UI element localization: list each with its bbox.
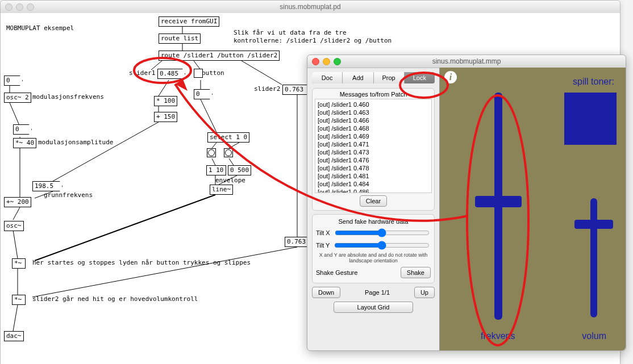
close-icon[interactable] xyxy=(312,58,319,65)
page-up-button[interactable]: Up xyxy=(414,287,435,298)
num-modfreq[interactable]: 0 xyxy=(4,76,23,86)
tiltx-label: Tilt X xyxy=(316,229,330,236)
shake-label: Shake Gesture xyxy=(316,269,357,276)
comment-slider2note: slider2 går ned hit og er hovedvolumkont… xyxy=(32,295,198,303)
message-line: [out] /slider1 0.469 xyxy=(318,132,429,140)
obj-select[interactable]: select 1 0 xyxy=(207,132,249,143)
message-line: [out] /slider1 0.468 xyxy=(318,124,429,132)
hardware-box: Send fake hardware data Tilt X Tilt Y X … xyxy=(312,214,435,283)
zoom-icon[interactable] xyxy=(334,58,341,65)
svg-line-9 xyxy=(201,99,216,132)
message-line: [out] /slider1 0.478 xyxy=(318,164,429,172)
pd-titlebar[interactable]: sinus.mobmuplat.pd xyxy=(1,1,620,14)
svg-line-11 xyxy=(229,143,239,148)
slider-volum-track[interactable] xyxy=(590,198,597,317)
comment-desc2: kontrollerne: /slider1 /slider2 og /butt… xyxy=(234,37,392,44)
obj-osc-mod[interactable]: osc~ 2 xyxy=(4,93,31,103)
svg-line-7 xyxy=(53,122,159,181)
bang-0[interactable] xyxy=(224,148,233,157)
comment-desc1: Slik får vi ut data fra de tre xyxy=(234,29,347,36)
svg-line-16 xyxy=(35,195,215,261)
comment-heading: MOBMUPLAT eksempel xyxy=(6,24,74,32)
tab-doc[interactable]: Doc xyxy=(312,72,343,83)
label-slider2: slider2 xyxy=(254,85,280,93)
close-icon[interactable] xyxy=(5,3,13,11)
num-button[interactable]: 0 xyxy=(194,89,213,99)
message-line: [out] /slider1 0.486 xyxy=(318,188,429,193)
tab-add[interactable]: Add xyxy=(343,72,373,83)
comment-envelope: envelope xyxy=(215,177,245,184)
comment-grunn: grunnfrekvens xyxy=(44,191,93,199)
obj-mul-sig[interactable]: *~ xyxy=(12,258,26,269)
obj-mul100[interactable]: * 100 xyxy=(154,96,177,106)
mmp-preview[interactable]: i spill toner: frekvens volum xyxy=(439,68,626,350)
pd-window-title: sinus.mobmuplat.pd xyxy=(280,3,340,11)
bang-button[interactable] xyxy=(194,69,203,78)
num-slider1[interactable]: 0.485 xyxy=(157,69,185,79)
mmp-titlebar[interactable]: sinus.mobmuplat.mmp xyxy=(307,55,626,68)
page-down-button[interactable]: Down xyxy=(312,287,340,298)
zoom-icon[interactable] xyxy=(27,3,34,11)
svg-line-2 xyxy=(151,61,162,70)
hardware-title: Send fake hardware data xyxy=(316,218,431,225)
minimize-icon[interactable] xyxy=(323,58,330,65)
label-spill: spill toner: xyxy=(573,77,614,87)
obj-dac[interactable]: dac~ xyxy=(4,331,24,341)
shake-button[interactable]: Shake xyxy=(401,267,431,278)
obj-add150[interactable]: + 150 xyxy=(154,112,177,122)
slider-frekvens-thumb[interactable] xyxy=(475,196,522,207)
comment-modfreq: modulasjonsfrekvens xyxy=(32,93,104,101)
tiltx-slider[interactable] xyxy=(335,228,430,237)
num-grunn[interactable]: 198.5 xyxy=(32,181,63,191)
preview-button[interactable] xyxy=(564,93,617,145)
message-line: [out] /slider1 0.476 xyxy=(318,156,429,164)
svg-line-4 xyxy=(241,61,282,85)
svg-line-10 xyxy=(212,143,216,148)
label-button: button xyxy=(202,69,224,77)
svg-line-23 xyxy=(13,305,18,331)
obj-line[interactable]: line~ xyxy=(210,185,233,195)
message-line: [out] /slider1 0.466 xyxy=(318,116,429,124)
messages-list[interactable]: [out] /slider1 0.460[out] /slider1 0.463… xyxy=(315,99,432,193)
msg-1-10[interactable]: 1 10 xyxy=(206,165,226,175)
tab-prop[interactable]: Prop xyxy=(374,72,405,83)
label-frekvens: frekvens xyxy=(481,331,515,341)
tilty-label: Tilt Y xyxy=(316,242,330,249)
obj-route-3[interactable]: route /slider1 /button /slider2 xyxy=(159,51,280,61)
msg-0-500[interactable]: 0 500 xyxy=(228,165,251,175)
traffic-lights[interactable] xyxy=(5,3,34,11)
page-indicator: Page 1/1 xyxy=(365,289,390,296)
obj-route-list[interactable]: route list xyxy=(159,34,201,44)
message-line: [out] /slider1 0.471 xyxy=(318,140,429,148)
bang-1[interactable] xyxy=(207,148,216,157)
slider-volum-thumb[interactable] xyxy=(574,220,613,229)
mmp-window-title: sinus.mobmuplat.mmp xyxy=(432,57,501,65)
num-modamp[interactable]: 0 xyxy=(13,124,32,135)
clear-button[interactable]: Clear xyxy=(360,195,387,207)
svg-line-5 xyxy=(159,80,169,96)
obj-osc[interactable]: osc~ xyxy=(4,221,24,231)
message-line: [out] /slider1 0.481 xyxy=(318,172,429,180)
obj-mul40[interactable]: *~ 40 xyxy=(13,138,36,148)
minimize-icon[interactable] xyxy=(16,3,23,11)
num-slider2[interactable]: 0.763 xyxy=(282,85,310,95)
svg-line-12 xyxy=(212,158,215,165)
messages-box: Messages to/from Patch [out] /slider1 0.… xyxy=(312,88,435,211)
message-line: [out] /slider1 0.484 xyxy=(318,180,429,188)
comment-modamp: modulasjonsamplitude xyxy=(38,139,113,146)
label-volum: volum xyxy=(582,331,606,341)
message-line: [out] /slider1 0.463 xyxy=(318,108,429,116)
mmp-traffic-lights[interactable] xyxy=(312,58,341,65)
obj-add200[interactable]: +~ 200 xyxy=(4,197,31,207)
svg-line-18 xyxy=(10,103,20,127)
mmp-window[interactable]: sinus.mobmuplat.mmp Doc Add Prop Lock Me… xyxy=(307,55,626,351)
obj-mul-sig2[interactable]: *~ xyxy=(12,295,26,305)
mmp-tabs[interactable]: Doc Add Prop Lock xyxy=(312,72,435,83)
tab-lock[interactable]: Lock xyxy=(405,72,435,83)
tilty-slider[interactable] xyxy=(334,241,430,250)
obj-receive[interactable]: receive fromGUI xyxy=(159,16,219,27)
hardware-note: X and Y are absolute and and do not rota… xyxy=(316,252,431,263)
info-icon[interactable]: i xyxy=(444,71,457,83)
layout-grid-button[interactable]: Layout Grid xyxy=(334,302,413,313)
mmp-panel: Doc Add Prop Lock Messages to/from Patch… xyxy=(307,68,439,350)
